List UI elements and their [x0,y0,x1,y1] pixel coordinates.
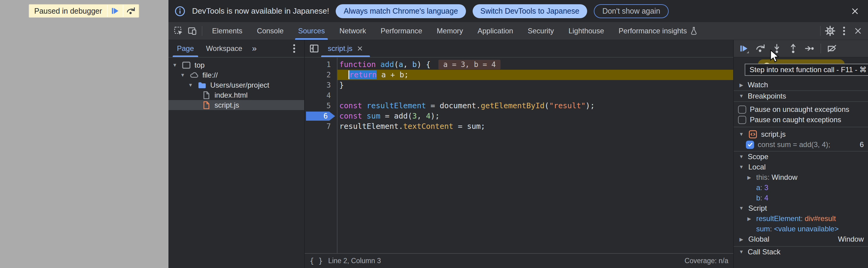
navigator-tab-page[interactable]: Page [172,40,199,57]
scope-section-header[interactable]: ▼ Scope [734,151,868,162]
scope-b-row[interactable]: b: 4 [734,193,868,203]
step-icon [804,43,815,54]
tab-console[interactable]: Console [250,22,291,40]
watch-section-header[interactable]: ▶ Watch [734,80,868,90]
more-options-button[interactable] [837,24,851,38]
step-over-icon [755,43,766,54]
breakpoint-marker[interactable]: 6 [305,111,337,121]
scope-global-group[interactable]: ▶ Global Window [734,234,868,244]
panel-tabs: Elements Console Sources Network Perform… [205,22,705,40]
pause-caught-checkbox[interactable] [738,116,746,124]
notification-message: DevTools is now available in Japanese! [192,6,329,16]
line-number-2[interactable]: 2 [305,70,337,80]
frame-icon [182,62,191,69]
scope-sum-row[interactable]: sum: <value unavailable> [734,224,868,234]
folder-icon [197,82,207,89]
debugger-toolbar [734,40,868,58]
editor-tabbar: script.js [305,40,733,58]
code-line-4: 4 [305,90,733,101]
panel-collapse-icon [309,44,319,53]
tree-item-file-protocol[interactable]: ▼ file:// [168,70,304,80]
devtools-close-button[interactable] [851,24,865,38]
navigator-more-options-button[interactable] [287,41,301,56]
tab-network[interactable]: Network [332,22,373,40]
step-button[interactable] [802,41,817,56]
scope-local-group[interactable]: ▼ Local [734,162,868,172]
breakpoint-entry[interactable]: const sum = add(3, 4); 6 [734,140,868,150]
debug-toolbar-divider [820,44,821,53]
tab-elements[interactable]: Elements [205,22,250,40]
code-line-5: 5 const resultElement = document.getElem… [305,101,733,111]
breakpoint-code-preview: const sum = add(3, 4); [758,140,830,149]
tree-item-project-folder[interactable]: ▼ Users/user/project [168,80,304,90]
tab-performance[interactable]: Performance [373,22,429,40]
code-editor[interactable]: 1 function add(a, b) {a = 3, b = 4 2 ret… [305,58,733,253]
step-over-button[interactable] [752,41,768,56]
tab-security[interactable]: Security [521,22,561,40]
tab-performance-insights[interactable]: Performance insights [611,22,705,40]
breakpoint-checkbox[interactable] [746,141,754,149]
overlay-step-over-button[interactable] [123,5,138,17]
line-number-4[interactable]: 4 [305,90,337,101]
browser-page-area: Paused in debugger [0,0,168,268]
code-line-1: 1 function add(a, b) {a = 3, b = 4 [305,59,733,70]
close-icon [854,26,863,35]
info-icon [175,6,185,17]
script-file-icon [202,101,211,110]
switch-to-japanese-button[interactable]: Switch DevTools to Japanese [473,4,587,18]
expanded-triangle-icon: ▼ [179,72,186,78]
pause-caught-exceptions-row[interactable]: Pause on caught exceptions [734,115,868,125]
line-number-3[interactable]: 3 [305,80,337,90]
settings-button[interactable] [823,24,837,38]
cursor-position-label: Line 2, Column 3 [328,257,381,265]
resume-button[interactable] [736,41,752,56]
expanded-triangle-icon: ▼ [738,93,745,99]
navigator-tab-workspace[interactable]: Workspace [200,40,248,57]
inspect-element-button[interactable] [172,24,185,38]
scope-a-row[interactable]: a: 3 [734,182,868,193]
step-into-button[interactable] [769,41,785,56]
device-toolbar-button[interactable] [185,24,199,38]
toggle-navigator-button[interactable] [307,41,321,56]
collapsed-triangle-icon: ▶ [746,175,752,180]
tree-item-top[interactable]: ▼ top [168,60,304,70]
line-number-1[interactable]: 1 [305,59,337,70]
always-match-language-button[interactable]: Always match Chrome's language [336,4,466,18]
breakpoints-section-header[interactable]: ▼ Breakpoints [734,90,868,101]
devtools-main-toolbar: Elements Console Sources Network Perform… [168,22,868,40]
tab-application[interactable]: Application [470,22,520,40]
code-line-7: 7 resultElement.textContent = sum; [305,121,733,131]
kebab-menu-icon [293,43,296,54]
breakpoint-file-group[interactable]: ▼ script.js [734,129,868,140]
tab-lighthouse[interactable]: Lighthouse [561,22,611,40]
scope-resultelement-row[interactable]: ▶ resultElement: div#result [734,213,868,224]
editor-tab-script-js[interactable]: script.js [321,40,370,57]
notification-close-button[interactable] [848,4,862,18]
dont-show-again-button[interactable]: Don't show again [594,4,669,18]
pause-uncaught-checkbox[interactable] [738,106,746,114]
pretty-print-icon[interactable]: { } [310,257,323,265]
tab-close-icon[interactable] [356,45,363,52]
tab-memory[interactable]: Memory [430,22,470,40]
tree-item-index-html[interactable]: index.html [168,90,304,100]
sources-panel: Page Workspace » ▼ [168,40,868,268]
deactivate-breakpoints-button[interactable] [824,41,840,56]
editor-pane: script.js 1 function add(a, b) {a = 3, b… [305,40,733,268]
cloud-icon [190,71,199,79]
paused-label: Paused in debugger [29,5,107,17]
line-number-7[interactable]: 7 [305,121,337,131]
more-tabs-chevrons-icon[interactable]: » [249,44,259,53]
pause-uncaught-exceptions-row[interactable]: Pause on uncaught exceptions [734,104,868,115]
call-stack-section-header[interactable]: ▼ Call Stack [734,246,868,257]
gear-icon [825,26,835,36]
code-line-6-breakpoint: 6 const sum = add(3, 4); [305,111,733,121]
step-out-button[interactable] [785,41,801,56]
scope-script-group[interactable]: ▼ Script [734,203,868,213]
scope-this-row[interactable]: ▶ this: Window [734,172,868,182]
tab-sources[interactable]: Sources [291,22,332,40]
overlay-resume-button[interactable] [107,5,123,17]
device-toolbar-icon [188,26,197,36]
devtools-window: DevTools is now available in Japanese! A… [168,0,868,268]
tree-item-script-js[interactable]: script.js [168,100,304,110]
line-number-5[interactable]: 5 [305,101,337,111]
